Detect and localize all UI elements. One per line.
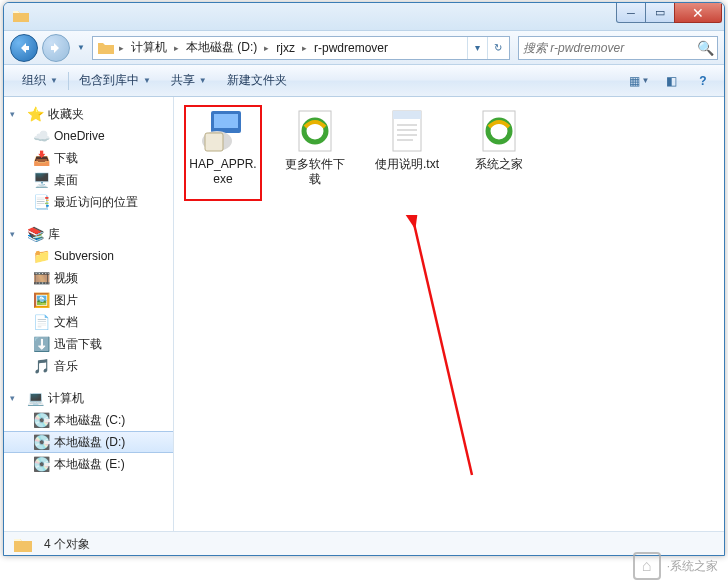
file-name-label: 使用说明.txt bbox=[372, 157, 442, 172]
download-icon: ⬇️ bbox=[32, 336, 50, 352]
tree-item-thunder[interactable]: ⬇️迅雷下载 bbox=[4, 333, 173, 355]
file-name-label: 更多软件下载 bbox=[280, 157, 350, 187]
document-icon: 📄 bbox=[32, 314, 50, 330]
video-icon: 🎞️ bbox=[32, 270, 50, 286]
navigation-tree: ▾ ⭐ 收藏夹 ☁️OneDrive 📥下载 🖥️桌面 📑最近访问的位置 ▾ 📚… bbox=[4, 97, 174, 531]
recent-icon: 📑 bbox=[32, 194, 50, 210]
arrow-right-icon bbox=[49, 41, 63, 55]
minimize-button[interactable]: ─ bbox=[616, 3, 646, 23]
tree-library[interactable]: ▾ 📚 库 bbox=[4, 223, 173, 245]
file-item-txt[interactable]: 使用说明.txt bbox=[372, 107, 442, 172]
explorer-window: ─ ▭ ✕ ▼ ▸ 计算机 ▸ 本地磁盘 (D:) ▸ rjxz ▸ r-pwd… bbox=[3, 2, 725, 556]
new-folder-button[interactable]: 新建文件夹 bbox=[217, 65, 297, 96]
breadcrumb-segment[interactable]: 本地磁盘 (D:) bbox=[181, 39, 262, 56]
title-bar: ─ ▭ ✕ bbox=[4, 3, 724, 31]
file-item-ie-link[interactable]: 系统之家 bbox=[464, 107, 534, 172]
content-area: ▾ ⭐ 收藏夹 ☁️OneDrive 📥下载 🖥️桌面 📑最近访问的位置 ▾ 📚… bbox=[4, 97, 724, 531]
file-name-label: 系统之家 bbox=[464, 157, 534, 172]
collapse-icon: ▾ bbox=[10, 109, 22, 119]
status-count-label: 4 个对象 bbox=[44, 536, 90, 553]
refresh-button[interactable]: ↻ bbox=[487, 37, 507, 59]
tree-item-subversion[interactable]: 📁Subversion bbox=[4, 245, 173, 267]
search-icon: 🔍 bbox=[697, 40, 713, 56]
tree-item-drive-e[interactable]: 💽本地磁盘 (E:) bbox=[4, 453, 173, 475]
chevron-right-icon: ▸ bbox=[262, 43, 271, 53]
text-file-icon bbox=[383, 107, 431, 155]
picture-icon: 🖼️ bbox=[32, 292, 50, 308]
file-item-ie-link[interactable]: 更多软件下载 bbox=[280, 107, 350, 187]
desktop-icon: 🖥️ bbox=[32, 172, 50, 188]
forward-button[interactable] bbox=[42, 34, 70, 62]
folder-icon bbox=[12, 534, 34, 556]
arrow-left-icon bbox=[17, 41, 31, 55]
drive-icon: 💽 bbox=[32, 412, 50, 428]
annotation-arrow bbox=[362, 215, 482, 495]
collapse-icon: ▾ bbox=[10, 393, 22, 403]
computer-icon: 💻 bbox=[26, 390, 44, 406]
search-input[interactable] bbox=[523, 41, 697, 55]
command-bar: 组织▼ 包含到库中▼ 共享▼ 新建文件夹 ▦ ▼ ◧ ? bbox=[4, 65, 724, 97]
tree-computer[interactable]: ▾ 💻 计算机 bbox=[4, 387, 173, 409]
help-button[interactable]: ? bbox=[690, 70, 716, 92]
star-icon: ⭐ bbox=[26, 106, 44, 122]
status-bar: 4 个对象 bbox=[4, 531, 724, 556]
nav-history-dropdown[interactable]: ▼ bbox=[74, 37, 88, 59]
onedrive-icon: ☁️ bbox=[32, 128, 50, 144]
breadcrumb-segment[interactable]: r-pwdremover bbox=[309, 41, 393, 55]
tree-item-music[interactable]: 🎵音乐 bbox=[4, 355, 173, 377]
include-library-menu[interactable]: 包含到库中▼ bbox=[69, 65, 161, 96]
close-button[interactable]: ✕ bbox=[674, 3, 722, 23]
tree-item-desktop[interactable]: 🖥️桌面 bbox=[4, 169, 173, 191]
svg-rect-3 bbox=[205, 133, 223, 151]
ie-shortcut-icon bbox=[291, 107, 339, 155]
tree-item-documents[interactable]: 📄文档 bbox=[4, 311, 173, 333]
chevron-right-icon: ▸ bbox=[172, 43, 181, 53]
share-menu[interactable]: 共享▼ bbox=[161, 65, 217, 96]
nav-bar: ▼ ▸ 计算机 ▸ 本地磁盘 (D:) ▸ rjxz ▸ r-pwdremove… bbox=[4, 31, 724, 65]
file-list[interactable]: HAP_APPR.exe 更多软件下载 bbox=[174, 97, 724, 531]
maximize-button[interactable]: ▭ bbox=[645, 3, 675, 23]
address-bar[interactable]: ▸ 计算机 ▸ 本地磁盘 (D:) ▸ rjxz ▸ r-pwdremover … bbox=[92, 36, 510, 60]
back-button[interactable] bbox=[10, 34, 38, 62]
collapse-icon: ▾ bbox=[10, 229, 22, 239]
download-icon: 📥 bbox=[32, 150, 50, 166]
folder-title-icon bbox=[12, 7, 30, 25]
svg-rect-1 bbox=[214, 114, 238, 128]
organize-menu[interactable]: 组织▼ bbox=[12, 65, 68, 96]
library-icon: 📚 bbox=[26, 226, 44, 242]
tree-item-video[interactable]: 🎞️视频 bbox=[4, 267, 173, 289]
svg-line-14 bbox=[412, 215, 472, 475]
search-box[interactable]: 🔍 bbox=[518, 36, 718, 60]
tree-item-onedrive[interactable]: ☁️OneDrive bbox=[4, 125, 173, 147]
address-history-dropdown[interactable]: ▾ bbox=[467, 37, 487, 59]
drive-icon: 💽 bbox=[32, 434, 50, 450]
chevron-right-icon: ▸ bbox=[300, 43, 309, 53]
folder-icon: 📁 bbox=[32, 248, 50, 264]
watermark-text: ·系统之家 bbox=[667, 558, 718, 575]
tree-item-drive-d[interactable]: 💽本地磁盘 (D:) bbox=[4, 431, 173, 453]
drive-icon: 💽 bbox=[32, 456, 50, 472]
tree-item-pictures[interactable]: 🖼️图片 bbox=[4, 289, 173, 311]
ie-shortcut-icon bbox=[475, 107, 523, 155]
svg-rect-7 bbox=[393, 111, 421, 119]
window-controls: ─ ▭ ✕ bbox=[617, 3, 722, 23]
view-options-button[interactable]: ▦ ▼ bbox=[626, 70, 652, 92]
breadcrumb-segment[interactable]: rjxz bbox=[271, 41, 300, 55]
tree-item-drive-c[interactable]: 💽本地磁盘 (C:) bbox=[4, 409, 173, 431]
preview-pane-button[interactable]: ◧ bbox=[658, 70, 684, 92]
tree-favorites[interactable]: ▾ ⭐ 收藏夹 bbox=[4, 103, 173, 125]
installer-icon bbox=[199, 107, 247, 155]
watermark-logo-icon: ⌂ bbox=[633, 552, 661, 580]
chevron-right-icon: ▸ bbox=[117, 43, 126, 53]
watermark: ⌂ ·系统之家 bbox=[633, 552, 718, 580]
breadcrumb-segment[interactable]: 计算机 bbox=[126, 39, 172, 56]
tree-item-downloads[interactable]: 📥下载 bbox=[4, 147, 173, 169]
tree-item-recent[interactable]: 📑最近访问的位置 bbox=[4, 191, 173, 213]
folder-icon bbox=[97, 39, 115, 57]
music-icon: 🎵 bbox=[32, 358, 50, 374]
